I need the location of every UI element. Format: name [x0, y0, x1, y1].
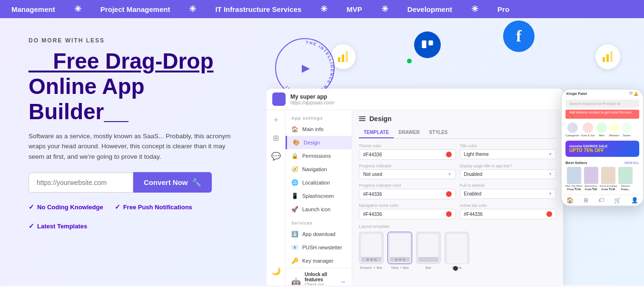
- nav-item-permissions[interactable]: 🔒 Permissions: [286, 149, 352, 163]
- product-item[interactable]: Women From...: [618, 167, 633, 191]
- field-label: Pull to refresh: [460, 183, 557, 188]
- phone-cat-item[interactable]: Categories: [565, 123, 579, 137]
- carousel-dot[interactable]: [453, 266, 458, 271]
- green-status-dot: [407, 59, 412, 63]
- field-select[interactable]: Light theme ▼: [460, 149, 557, 159]
- carousel-dots: [453, 266, 458, 271]
- cta-row: Convert Now 🔧: [29, 172, 248, 193]
- cat-label: Kurti & Sui: [581, 134, 594, 137]
- nav-item-app-download[interactable]: ⬇️ App download: [286, 227, 352, 241]
- sidebar-icon-chat[interactable]: 💬: [270, 150, 282, 162]
- layout-label: Layout template: [359, 224, 556, 229]
- unlock-arrow-icon[interactable]: →: [339, 278, 346, 285]
- color-swatch[interactable]: [446, 152, 452, 157]
- nav-label: Splashscreen: [302, 193, 334, 199]
- sidebar-icon-moon[interactable]: 🌙: [270, 265, 282, 277]
- phone-cat-item[interactable]: Western: [609, 123, 619, 137]
- layout-tabs-bar[interactable]: Tabs + Bar: [387, 232, 412, 270]
- phone-nav-cart[interactable]: 🛒: [614, 197, 621, 204]
- design-header: Design: [359, 115, 556, 123]
- nav-item-navigation[interactable]: 🧭 Navigation: [286, 163, 352, 176]
- field-label: Active tab color: [460, 203, 557, 208]
- nav-label: App download: [302, 231, 336, 237]
- feature-no-coding: ✓ No Coding Knowledge: [29, 203, 103, 211]
- ticker-item: Development: [407, 5, 452, 13]
- phone-nav-profile[interactable]: 👤: [631, 197, 638, 204]
- select-value: Light theme: [464, 152, 547, 157]
- field-label: Display page title in app bar?: [460, 164, 557, 168]
- nav-item-launch-icon[interactable]: 🚀 Launch icon: [286, 203, 352, 216]
- ticker-star: ✳: [381, 4, 388, 14]
- layout-blank[interactable]: Blank: [445, 232, 469, 270]
- field-select[interactable]: Not used ▼: [359, 169, 456, 179]
- field-input[interactable]: #F44336: [359, 149, 456, 160]
- ticker-item: Pro: [497, 5, 509, 13]
- color-swatch[interactable]: [446, 191, 452, 197]
- chevron-down-icon: ▼: [548, 172, 552, 176]
- sidebar-icon-robot[interactable]: 🤖: [270, 283, 282, 285]
- field-select[interactable]: Disabled ▼: [460, 169, 557, 179]
- cat-label: Western: [609, 134, 619, 137]
- cat-label: Categories: [565, 134, 579, 137]
- nav-item-key-manager[interactable]: 🔑 Key manager: [286, 254, 352, 267]
- nav-label: Key manager: [302, 258, 333, 264]
- navigation-icon: 🧭: [291, 166, 298, 173]
- nav-label: Navigation: [302, 166, 327, 172]
- tab-styles[interactable]: STYLES: [425, 127, 453, 138]
- hero-title: __Free Drag-Drop Online App Builder__: [29, 49, 248, 124]
- product-item[interactable]: Electronics From ₹69: [584, 167, 598, 191]
- product-name: Kurtis & Kaftaa: [600, 184, 617, 187]
- field-theme-color: Theme color #F44336: [359, 144, 456, 160]
- field-label: Navigation icons color: [359, 203, 456, 208]
- hero-title-line1: __Free Drag-Drop: [29, 49, 214, 73]
- layout-options: Drawer + Bar: [359, 232, 556, 270]
- layout-drawer-bar[interactable]: Drawer + Bar: [359, 232, 384, 270]
- nav-item-design[interactable]: 🎨 Design: [286, 136, 352, 149]
- email-icon: 📧: [291, 244, 298, 251]
- tab-template[interactable]: TEMPLATE: [359, 127, 394, 138]
- convert-now-button[interactable]: Convert Now 🔧: [133, 172, 212, 193]
- layout-bar[interactable]: Bar: [416, 232, 441, 270]
- hamburger-icon[interactable]: [359, 116, 366, 121]
- best-sellers-header: Best Sellers VIEW ALL: [565, 161, 639, 165]
- phone-cat-item[interactable]: Saree: [622, 123, 632, 137]
- product-item[interactable]: Kurtis & Kaftaa From ₹149: [600, 167, 617, 191]
- url-input[interactable]: [29, 173, 133, 193]
- right-area: f THE INTELLIGENCE REVOLUTION AI ▶: [267, 18, 644, 285]
- phone-nav-coupon[interactable]: 🏷: [598, 197, 604, 204]
- field-input[interactable]: #F44336: [460, 209, 557, 219]
- nav-item-push[interactable]: 📧 PUSH newsletter: [286, 241, 352, 254]
- phone-nav-categories[interactable]: ⊞: [584, 197, 588, 204]
- product-price: From ₹149: [602, 188, 615, 191]
- nav-item-splashscreen[interactable]: 📱 Splashscreen: [286, 189, 352, 203]
- phone-search[interactable]: Search Keyword or Product Id: [565, 100, 639, 108]
- field-nav-icons-color: Navigation icons color #F44336: [359, 203, 456, 219]
- phone-promo-bar: Add delivery location to get extra Disco…: [565, 110, 639, 119]
- phone-username: Kinjal Patel: [566, 92, 587, 96]
- product-image: [584, 167, 598, 184]
- view-all-link[interactable]: VIEW ALL: [624, 161, 639, 164]
- sidebar-icon-grid[interactable]: ⊞: [270, 132, 282, 144]
- check-icon: ✓: [29, 222, 34, 230]
- product-item[interactable]: Men Top Wear From ₹149: [565, 167, 583, 191]
- phone-best-sellers: Best Sellers VIEW ALL Men Top Wear From …: [562, 159, 643, 193]
- field-input[interactable]: #F44336: [359, 189, 456, 199]
- cat-image: [567, 123, 578, 133]
- nav-item-main-info[interactable]: 🏠 Main info: [286, 123, 352, 136]
- field-input[interactable]: #F44336: [359, 209, 456, 219]
- key-icon: 🔑: [291, 257, 298, 264]
- field-title-color: Title color Light theme ▼: [460, 144, 557, 160]
- phone-nav-home[interactable]: 🏠: [566, 197, 574, 204]
- field-select[interactable]: Enabled ▼: [460, 189, 557, 199]
- tab-drawer[interactable]: DRAWER: [394, 127, 424, 138]
- field-value: #F44336: [363, 152, 443, 157]
- sidebar-icon-plus[interactable]: ＋: [270, 114, 282, 125]
- phone-cat-item[interactable]: Kurti & Sui: [581, 123, 594, 137]
- nav-section-title: App settings: [286, 113, 352, 123]
- power-bi-logo-right: [595, 44, 620, 69]
- nav-item-localization[interactable]: 🌐 Localization: [286, 176, 352, 189]
- color-swatch[interactable]: [446, 211, 452, 217]
- color-swatch[interactable]: [546, 211, 552, 217]
- phone-cat-item[interactable]: Men: [596, 123, 607, 137]
- feature-label: Free Push Notifications: [123, 204, 192, 211]
